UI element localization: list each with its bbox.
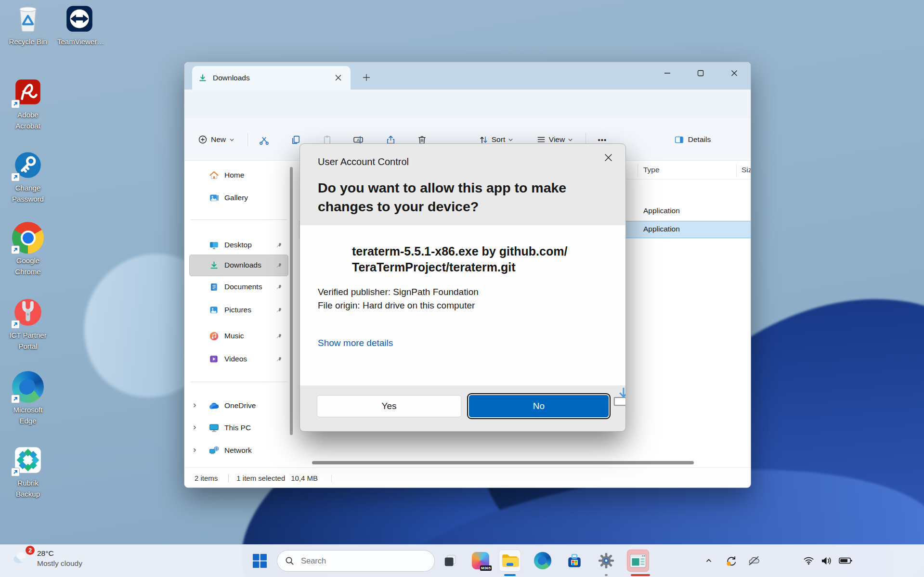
desktop-icon-microsoft-edge[interactable]: Microsoft Edge (4, 371, 52, 426)
sidebar-item-music[interactable]: Music (191, 327, 287, 345)
sidebar-item-label: Network (224, 446, 252, 455)
start-button[interactable] (248, 550, 271, 572)
sidebar-item-pictures[interactable]: Pictures (191, 301, 287, 319)
sidebar-item-label: Music (224, 332, 244, 340)
desktop-folder-icon (208, 240, 219, 250)
details-pane-button[interactable]: Details (666, 130, 719, 149)
desktop: Recycle Bin TeamViewer… Adobe Acrobat Ch… (0, 0, 924, 577)
sidebar-item-network[interactable]: › Network (191, 441, 287, 460)
google-chrome-icon (12, 222, 44, 254)
cloud-offline-icon[interactable] (744, 550, 763, 572)
cut-icon[interactable] (255, 130, 273, 149)
network-icon (208, 446, 219, 455)
sidebar-item-documents[interactable]: Documents (191, 278, 287, 296)
settings-gear-icon (598, 552, 614, 569)
desktop-icon-rubrik-backup[interactable]: Rubrik Backup (4, 444, 52, 500)
desktop-icon-change-password[interactable]: Change Password (4, 149, 52, 205)
chevron-right-icon[interactable]: › (193, 444, 196, 455)
details-pane-icon (674, 135, 684, 145)
desktop-icon-teamviewer[interactable]: TeamViewer… (55, 3, 104, 48)
active-app-indicator (631, 574, 650, 576)
explorer-tab-downloads[interactable]: Downloads (192, 66, 351, 90)
desktop-icon-label: Rubrik Backup (6, 478, 50, 500)
sidebar-item-desktop[interactable]: Desktop (191, 236, 287, 254)
task-view-button[interactable] (439, 550, 461, 572)
uac-no-button[interactable]: No (469, 395, 609, 417)
explorer-titlebar: Downloads (184, 62, 751, 90)
sidebar-item-videos[interactable]: Videos (191, 350, 287, 368)
sidebar-item-label: Pictures (224, 306, 251, 314)
sidebar-item-downloads[interactable]: Downloads (191, 256, 287, 274)
music-icon (208, 331, 219, 341)
rubrik-backup-icon (12, 444, 44, 476)
shortcut-arrow-icon (11, 173, 20, 181)
chevron-down-icon (508, 137, 513, 142)
sidebar-item-gallery[interactable]: Gallery (191, 189, 287, 207)
taskbar-search-input[interactable] (300, 556, 427, 566)
downloads-icon (208, 260, 219, 270)
search-icon (285, 556, 294, 565)
edge-taskbar-button[interactable] (532, 550, 554, 572)
new-tab-button[interactable] (359, 70, 374, 85)
weather-widget[interactable]: 2 28°C Mostly cloudy (12, 549, 82, 568)
uac-close-icon[interactable] (600, 150, 616, 165)
wifi-icon[interactable] (800, 550, 817, 572)
sidebar-item-label: Documents (224, 282, 262, 291)
tab-close-icon[interactable] (331, 71, 345, 85)
desktop-icon-label: Change Password (6, 183, 50, 205)
explorer-active-indicator (504, 574, 516, 576)
column-header-type[interactable]: Type (643, 166, 660, 174)
chevron-down-icon (568, 137, 573, 142)
battery-icon[interactable] (836, 550, 855, 572)
view-button-label: View (549, 135, 565, 144)
column-header-size[interactable]: Size (742, 166, 751, 174)
desktop-icon-adobe-acrobat[interactable]: Adobe Acrobat (4, 76, 52, 131)
this-pc-icon (208, 423, 219, 433)
settings-taskbar-button[interactable] (595, 550, 617, 572)
active-app-taskbar-button[interactable] (627, 550, 649, 572)
sidebar-item-this-pc[interactable]: › This PC (191, 419, 287, 437)
pin-icon (276, 262, 282, 270)
chevron-down-icon (229, 137, 234, 142)
uac-show-more-details-link[interactable]: Show more details (318, 338, 393, 348)
sidebar-item-home[interactable]: Home (191, 166, 287, 184)
pin-icon (276, 242, 282, 250)
file-explorer-icon (501, 553, 519, 568)
desktop-icon-ict-partner-portal[interactable]: ICT Partner Portal (4, 296, 52, 352)
shortcut-arrow-icon (11, 100, 20, 108)
maximize-button[interactable] (690, 64, 712, 82)
notification-badge: 2 (25, 545, 36, 556)
edge-icon (534, 552, 551, 569)
settings-open-indicator (605, 574, 608, 576)
desktop-icon-google-chrome[interactable]: Google Chrome (4, 222, 52, 277)
horizontal-scrollbar[interactable] (312, 461, 694, 464)
taskbar: 2 28°C Mostly cloudy M365 (0, 544, 924, 577)
weather-cloud-icon: 2 (12, 549, 33, 566)
chevron-right-icon[interactable]: › (193, 422, 196, 432)
uac-dialog-title: User Account Control (318, 156, 409, 167)
home-icon (208, 170, 219, 180)
volume-icon[interactable] (818, 550, 835, 572)
sync-status-icon[interactable] (722, 550, 740, 572)
file-type-cell: Application (643, 206, 680, 215)
pictures-icon (208, 305, 219, 315)
uac-question: Do you want to allow this app to make ch… (318, 179, 595, 217)
tray-overflow-button[interactable] (701, 550, 717, 572)
downloads-tab-icon (198, 73, 208, 83)
sidebar-item-onedrive[interactable]: › OneDrive (191, 397, 287, 415)
store-taskbar-button[interactable] (563, 550, 586, 572)
details-pane-label: Details (688, 135, 711, 144)
new-button[interactable]: New (195, 130, 237, 149)
desktop-icon-recycle-bin[interactable]: Recycle Bin (4, 3, 52, 48)
file-explorer-taskbar-button[interactable] (499, 550, 521, 572)
sidebar-scrollbar[interactable] (290, 167, 293, 435)
m365-copilot-button[interactable]: M365 (469, 550, 492, 572)
uac-file-origin: File origin: Hard drive on this computer (318, 300, 475, 311)
uac-yes-button[interactable]: Yes (317, 395, 461, 417)
desktop-icon-label: Recycle Bin (6, 37, 50, 48)
minimize-button[interactable] (656, 64, 678, 82)
documents-icon (208, 282, 219, 292)
taskbar-search-box[interactable] (277, 550, 435, 572)
close-button[interactable] (723, 64, 745, 82)
chevron-right-icon[interactable]: › (193, 399, 196, 410)
